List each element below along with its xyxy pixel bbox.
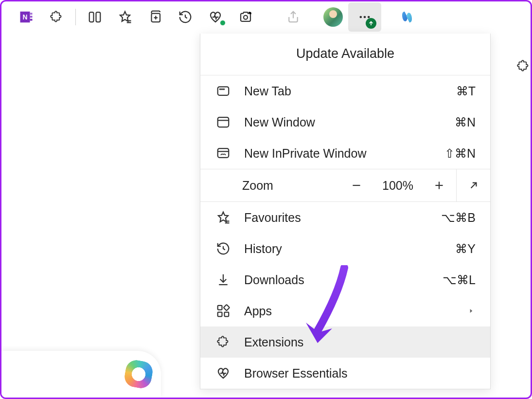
zoom-in-button[interactable] (422, 169, 456, 202)
downloads-icon (215, 272, 231, 288)
svg-point-18 (222, 89, 223, 90)
menu-shortcut: ⌥⌘L (443, 273, 476, 287)
menu-label: New InPrivate Window (244, 146, 444, 161)
svg-rect-16 (218, 87, 229, 95)
zoom-label: Zoom (200, 179, 339, 193)
history-clock-icon[interactable] (170, 3, 200, 31)
screenshot-camera-icon[interactable] (231, 3, 261, 31)
extensions-puzzle-icon[interactable] (41, 3, 71, 31)
menu-header-update[interactable]: Update Available (200, 34, 490, 75)
profile-avatar[interactable] (318, 3, 348, 31)
menu-shortcut: ⌘Y (455, 242, 476, 256)
extensions-icon (215, 334, 231, 350)
toolbar-divider (75, 9, 76, 25)
svg-rect-32 (218, 312, 222, 317)
history-icon (215, 240, 231, 257)
menu-item-history[interactable]: History ⌘Y (200, 233, 490, 264)
menu-item-downloads[interactable]: Downloads ⌥⌘L (200, 264, 490, 295)
more-menu-button[interactable] (348, 2, 381, 32)
favourites-star-icon[interactable] (110, 3, 140, 31)
share-icon[interactable] (278, 3, 308, 31)
menu-shortcut: ⌘N (455, 115, 476, 129)
svg-rect-31 (224, 305, 230, 310)
menu-shortcut: ⇧⌘N (444, 146, 476, 161)
svg-rect-3 (30, 19, 33, 21)
menu-label: Apps (244, 304, 467, 318)
svg-point-12 (244, 16, 248, 19)
menu-label: New Tab (244, 84, 456, 98)
svg-point-17 (220, 89, 221, 90)
menu-label: Extensions (244, 335, 476, 349)
svg-rect-33 (225, 312, 229, 317)
new-tab-icon (215, 83, 231, 99)
menu-label: Favourites (244, 211, 441, 225)
inprivate-icon (215, 145, 231, 162)
menu-label: Downloads (244, 273, 443, 287)
menu-label: New Window (244, 115, 455, 129)
menu-item-new-tab[interactable]: New Tab ⌘T (200, 75, 490, 107)
sidebar-extensions-icon[interactable] (516, 59, 531, 75)
apps-icon (215, 303, 231, 319)
svg-rect-1 (30, 13, 33, 15)
svg-rect-20 (218, 117, 229, 127)
favourites-icon (215, 209, 231, 226)
menu-label: Browser Essentials (244, 366, 476, 381)
menu-item-new-inprivate[interactable]: New InPrivate Window ⇧⌘N (200, 138, 490, 169)
browser-essentials-heart-icon[interactable] (200, 3, 231, 31)
fullscreen-button[interactable] (456, 169, 490, 202)
svg-rect-6 (96, 12, 101, 22)
menu-item-browser-essentials[interactable]: Browser Essentials (200, 358, 490, 389)
collections-icon[interactable] (140, 3, 170, 31)
svg-rect-2 (30, 16, 33, 18)
split-screen-icon[interactable] (80, 3, 110, 31)
zoom-value: 100% (373, 179, 422, 193)
copilot-chat-button[interactable] (1, 351, 161, 398)
copilot-logo-icon (123, 359, 155, 390)
menu-item-extensions[interactable]: Extensions (200, 326, 490, 358)
svg-rect-30 (218, 306, 222, 310)
status-ok-badge (220, 20, 226, 26)
menu-item-apps[interactable]: Apps (200, 295, 490, 326)
submenu-arrow-icon (467, 308, 476, 314)
menu-item-new-window[interactable]: New Window ⌘N (200, 107, 490, 138)
svg-point-14 (364, 16, 366, 18)
browser-toolbar: N (1, 1, 531, 33)
svg-point-19 (224, 89, 225, 90)
settings-menu: Update Available New Tab ⌘T New Window ⌘… (200, 34, 491, 389)
onenote-icon[interactable]: N (11, 3, 41, 31)
new-window-icon (215, 114, 231, 130)
copilot-icon[interactable] (392, 3, 422, 31)
update-available-badge (366, 18, 376, 29)
svg-point-13 (360, 16, 362, 18)
menu-zoom-row: Zoom 100% (200, 169, 490, 202)
svg-text:N: N (23, 14, 28, 21)
zoom-out-button[interactable] (339, 169, 373, 202)
svg-rect-5 (89, 12, 94, 22)
svg-rect-22 (218, 148, 229, 158)
menu-shortcut: ⌥⌘B (441, 211, 476, 225)
essentials-icon (215, 365, 231, 381)
menu-shortcut: ⌘T (456, 84, 476, 98)
menu-item-favourites[interactable]: Favourites ⌥⌘B (200, 202, 490, 233)
menu-label: History (244, 242, 455, 256)
